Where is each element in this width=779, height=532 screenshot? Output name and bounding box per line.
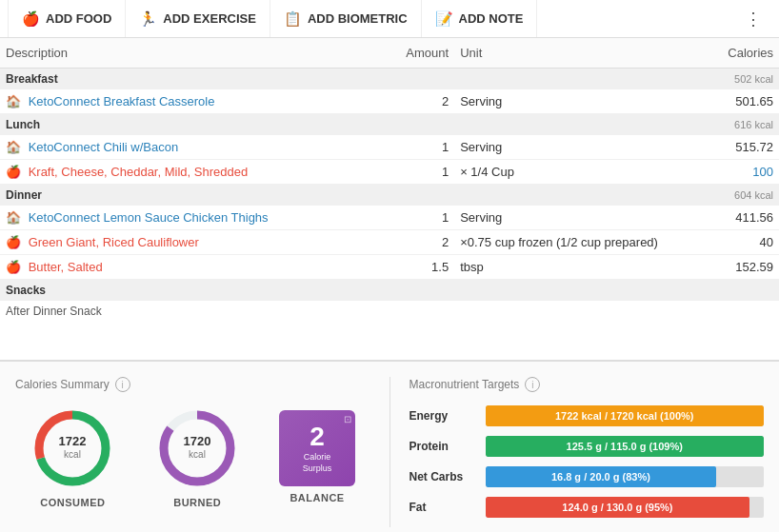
add-biometric-label: ADD BIOMETRIC <box>308 11 408 26</box>
table-row: 🍎 Butter, Salted 1.5 tbsp 152.59 <box>0 255 779 280</box>
macro-name: Fat <box>409 501 476 514</box>
food-type-icon: 🍎 <box>6 165 21 179</box>
col-header-description: Description <box>0 38 390 69</box>
food-calories: 100 <box>692 160 779 185</box>
macro-name: Net Carbs <box>409 470 476 483</box>
section-name: Dinner <box>0 185 692 207</box>
food-unit: Serving <box>454 89 692 114</box>
macro-name: Protein <box>409 440 476 453</box>
food-description: 🏠 KetoConnect Breakfast Casserole <box>0 89 390 114</box>
after-dinner-label: After Dinner Snack <box>0 301 779 322</box>
food-name[interactable]: KetoConnect Chili w/Bacon <box>29 140 179 154</box>
add-food-label: ADD FOOD <box>46 11 111 26</box>
consumed-label: CONSUMED <box>40 497 105 508</box>
balance-box: ⊡ 2 CalorieSurplus <box>279 410 355 486</box>
section-header: Breakfast502 kcal <box>0 69 779 90</box>
food-type-icon: 🍎 <box>6 235 21 249</box>
add-biometric-button[interactable]: 📋 ADD BIOMETRIC <box>270 0 422 37</box>
consumed-circle-item: 1722 kcal CONSUMED <box>30 405 115 508</box>
food-type-icon: 🏠 <box>6 140 21 154</box>
food-description: 🍎 Kraft, Cheese, Cheddar, Mild, Shredded <box>0 160 390 185</box>
section-kcal: 502 kcal <box>692 69 779 90</box>
col-header-unit: Unit <box>454 38 692 69</box>
section-header: Lunch616 kcal <box>0 114 779 136</box>
macro-bar: 124.0 g / 130.0 g (95%) <box>486 497 750 518</box>
burned-circle-item: 1720 kcal BURNED <box>154 405 240 508</box>
macro-targets-title: Macronutrient Targets i <box>409 377 765 392</box>
macro-bar-container: 16.8 g / 20.0 g (83%) <box>486 466 765 487</box>
food-type-icon: 🏠 <box>6 210 21 225</box>
col-header-amount: Amount <box>390 38 454 69</box>
food-calories: 152.59 <box>692 255 779 280</box>
food-amount: 1 <box>390 135 454 160</box>
balance-sub: CalorieSurplus <box>303 452 332 474</box>
food-type-icon: 🏠 <box>6 94 21 108</box>
snacks-label: Snacks <box>0 280 779 302</box>
snacks-section-header: Snacks <box>0 280 779 302</box>
section-name: Lunch <box>0 114 692 136</box>
svg-text:kcal: kcal <box>189 449 206 460</box>
food-calories: 40 <box>692 230 779 255</box>
macro-bar-label: 124.0 g / 130.0 g (95%) <box>562 502 672 513</box>
macro-bar: 1722 kcal / 1720 kcal (100%) <box>486 405 765 426</box>
food-name[interactable]: KetoConnect Lemon Sauce Chicken Thighs <box>29 210 269 225</box>
add-food-button[interactable]: 🍎 ADD FOOD <box>8 0 126 37</box>
macro-name: Energy <box>409 409 476 423</box>
macro-info-icon[interactable]: i <box>525 377 540 392</box>
food-amount: 1 <box>390 206 454 230</box>
add-note-label: ADD NOTE <box>459 11 524 26</box>
col-header-calories: Calories <box>692 38 779 69</box>
food-unit: Serving <box>454 135 692 160</box>
section-name: Breakfast <box>0 69 692 90</box>
add-note-button[interactable]: 📝 ADD NOTE <box>422 0 538 37</box>
after-dinner-snack-row: After Dinner Snack <box>0 301 779 322</box>
more-options-button[interactable]: ⋮ <box>735 9 771 30</box>
food-name[interactable]: Green Giant, Riced Cauliflower <box>29 235 199 249</box>
macro-row: Protein 125.5 g / 115.0 g (109%) <box>409 436 765 457</box>
macro-row: Fat 124.0 g / 130.0 g (95%) <box>409 497 765 518</box>
table-row: 🍎 Green Giant, Riced Cauliflower 2 ×0.75… <box>0 230 779 255</box>
bottom-section: Calories Summary i 1722 kcal CONSUMED <box>0 360 779 532</box>
consumed-donut: 1722 kcal <box>30 405 115 491</box>
table-row: 🏠 KetoConnect Lemon Sauce Chicken Thighs… <box>0 206 779 230</box>
food-description: 🏠 KetoConnect Lemon Sauce Chicken Thighs <box>0 206 390 230</box>
food-description: 🏠 KetoConnect Chili w/Bacon <box>0 135 390 160</box>
add-food-icon: 🍎 <box>22 10 40 28</box>
macro-bar: 16.8 g / 20.0 g (83%) <box>486 466 717 487</box>
macro-bar-container: 1722 kcal / 1720 kcal (100%) <box>486 405 765 426</box>
macro-bar-label: 125.5 g / 115.0 g (109%) <box>567 441 683 452</box>
section-kcal: 616 kcal <box>692 114 779 136</box>
food-unit: × 1/4 Cup <box>454 160 692 185</box>
add-exercise-button[interactable]: 🏃 ADD EXERCISE <box>126 0 270 37</box>
add-biometric-icon: 📋 <box>284 10 302 28</box>
balance-circle-item: ⊡ 2 CalorieSurplus BALANCE <box>279 410 355 503</box>
food-name[interactable]: Kraft, Cheese, Cheddar, Mild, Shredded <box>29 165 249 179</box>
svg-text:1720: 1720 <box>184 434 211 448</box>
section-header: Dinner604 kcal <box>0 185 779 207</box>
food-description: 🍎 Butter, Salted <box>0 255 390 280</box>
table-row: 🍎 Kraft, Cheese, Cheddar, Mild, Shredded… <box>0 160 779 185</box>
macro-row: Net Carbs 16.8 g / 20.0 g (83%) <box>409 466 765 487</box>
food-type-icon: 🍎 <box>6 260 21 274</box>
macro-rows-container: Energy 1722 kcal / 1720 kcal (100%) Prot… <box>409 405 765 518</box>
calories-info-icon[interactable]: i <box>115 377 130 392</box>
empty-row <box>0 322 779 360</box>
add-exercise-label: ADD EXERCISE <box>163 11 256 26</box>
burned-label: BURNED <box>173 497 221 508</box>
table-row: 🏠 KetoConnect Breakfast Casserole 2 Serv… <box>0 89 779 114</box>
food-amount: 2 <box>390 230 454 255</box>
macro-bar-container: 125.5 g / 115.0 g (109%) <box>486 436 765 457</box>
food-amount: 1.5 <box>390 255 454 280</box>
food-description: 🍎 Green Giant, Riced Cauliflower <box>0 230 390 255</box>
circles-row: 1722 kcal CONSUMED 1720 kcal BURNED ⊡ <box>15 405 370 508</box>
macro-bar-container: 124.0 g / 130.0 g (95%) <box>486 497 765 518</box>
macro-bar-label: 1722 kcal / 1720 kcal (100%) <box>555 410 694 422</box>
food-name[interactable]: KetoConnect Breakfast Casserole <box>29 94 215 108</box>
food-name[interactable]: Butter, Salted <box>29 260 103 274</box>
food-calories: 501.65 <box>692 89 779 114</box>
burned-donut: 1720 kcal <box>154 405 240 491</box>
macro-targets-panel: Macronutrient Targets i Energy 1722 kcal… <box>390 377 765 527</box>
add-note-icon: 📝 <box>435 10 453 28</box>
food-log-table: Description Amount Unit Calories Breakfa… <box>0 38 779 360</box>
svg-text:1722: 1722 <box>59 434 87 448</box>
